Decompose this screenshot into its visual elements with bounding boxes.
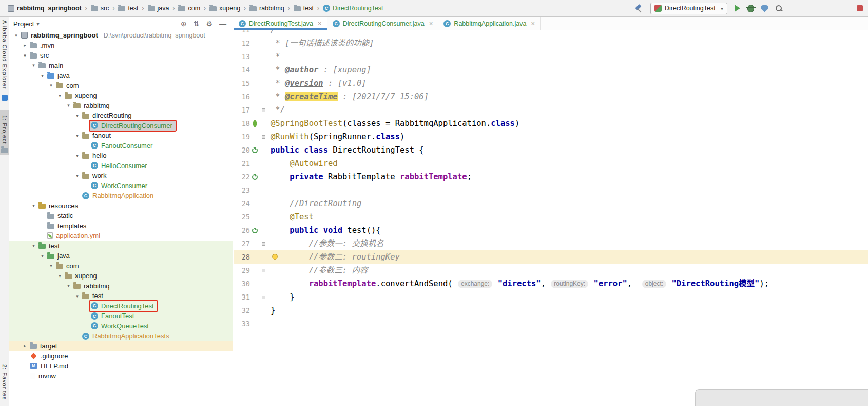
fold-marker-icon[interactable] xyxy=(262,296,265,299)
collapse-all-icon[interactable]: ⇅ xyxy=(194,20,200,28)
tree-row-rabbitmq[interactable]: ▾rabbitmq xyxy=(9,101,233,111)
chevron-down-icon[interactable]: ▾ xyxy=(47,263,55,268)
fold-marker-icon[interactable] xyxy=(262,242,265,246)
tree-row-test[interactable]: ▾test xyxy=(9,291,233,301)
chevron-down-icon[interactable]: ▾ xyxy=(65,103,72,108)
chevron-down-icon[interactable]: ▾ xyxy=(30,203,37,208)
chevron-right-icon[interactable]: ▸ xyxy=(21,343,29,348)
code-text[interactable]: //DirectRouting xyxy=(267,197,868,210)
code-text[interactable]: @RunWith(SpringRunner.class) xyxy=(267,130,868,143)
chevron-down-icon[interactable]: ▾ xyxy=(56,93,64,98)
tree-row-workconsumer[interactable]: CWorkConsumer xyxy=(9,181,233,191)
run-icon[interactable] xyxy=(735,5,740,12)
tree-row-com[interactable]: ▾com xyxy=(9,81,233,91)
breadcrumb-directroutingtest[interactable]: CDirectRoutingTest xyxy=(320,4,386,13)
tab-directroutingtest-java[interactable]: CDirectRoutingTest.java× xyxy=(234,17,327,30)
alibaba-cloud-explorer-tab[interactable]: Alibaba Cloud Explorer xyxy=(2,20,8,89)
chevron-down-icon[interactable]: ▾ xyxy=(30,63,37,68)
breadcrumb-src[interactable]: src xyxy=(88,4,112,13)
tree-row-xupeng[interactable]: ▾xupeng xyxy=(9,90,233,101)
code-text[interactable]: public class DirectRoutingTest { xyxy=(267,143,868,157)
breadcrumb-rabbitmq-springboot[interactable]: rabbitmq_springboot xyxy=(5,4,84,13)
tree-row-fanouttest[interactable]: CFanoutTest xyxy=(9,311,233,321)
breadcrumb-xupeng[interactable]: xupeng xyxy=(207,4,243,13)
code-text[interactable]: //参数二: routingKey xyxy=(267,250,868,264)
run-test-icon[interactable] xyxy=(252,147,258,153)
tree-row-rabbitmq[interactable]: ▾rabbitmq xyxy=(9,281,233,291)
coverage-icon[interactable] xyxy=(761,5,768,12)
tree-row-rabbitmq-springboot[interactable]: ▾rabbitmq_springbootD:\svn\product\rabbi… xyxy=(9,30,233,41)
fold-marker-icon[interactable] xyxy=(262,269,265,272)
close-icon[interactable]: × xyxy=(429,20,433,27)
chevron-down-icon[interactable]: ▾ xyxy=(73,113,81,118)
tree-row-rabbitmqapplication[interactable]: CRabbitmqApplication xyxy=(9,191,233,201)
code-text[interactable]: * @createTime : [2021/7/7 15:06] xyxy=(267,90,868,103)
chevron-down-icon[interactable]: ▾ xyxy=(56,273,64,279)
locate-file-icon[interactable]: ⊕ xyxy=(181,20,187,28)
tree-row-work[interactable]: ▾work xyxy=(9,171,233,181)
close-icon[interactable]: × xyxy=(531,20,535,27)
code-text[interactable]: * @author : [xupeng] xyxy=(267,63,868,77)
code-text[interactable]: //参数一: 交换机名 xyxy=(267,237,868,250)
tree-row-xupeng[interactable]: ▾xupeng xyxy=(9,271,233,281)
spring-leaf-icon[interactable] xyxy=(251,119,259,127)
tree-row-fanout[interactable]: ▾fanout xyxy=(9,131,233,141)
code-text[interactable]: /** xyxy=(267,30,868,36)
tree-row-templates[interactable]: templates xyxy=(9,221,233,231)
chevron-down-icon[interactable]: ▾ xyxy=(12,33,20,38)
fold-marker-icon[interactable] xyxy=(262,135,265,139)
code-text[interactable]: rabbitTemplate.convertAndSend( exchange:… xyxy=(267,277,868,290)
code-text[interactable] xyxy=(267,183,868,197)
tree-row-directroutingconsumer[interactable]: CDirectRoutingConsumer xyxy=(9,121,233,131)
tree-row-resources[interactable]: ▾resources xyxy=(9,201,233,211)
close-icon[interactable]: × xyxy=(318,20,322,27)
tree-row-directroutingtest[interactable]: CDirectRoutingTest xyxy=(9,301,233,311)
chevron-down-icon[interactable]: ▾ xyxy=(30,243,37,248)
project-tool-tab[interactable]: 1: Project xyxy=(0,110,9,155)
chevron-down-icon[interactable]: ▾ xyxy=(73,153,81,158)
chevron-down-icon[interactable]: ▾ xyxy=(73,133,81,138)
tab-rabbitmqapplication-java[interactable]: CRabbitmqApplication.java× xyxy=(438,17,541,30)
tree-row-target[interactable]: ▸target xyxy=(9,341,233,352)
code-text[interactable]: @SpringBootTest(classes = RabbitmqApplic… xyxy=(267,117,868,130)
code-text[interactable]: * [一句话描述该类的功能] xyxy=(267,36,868,50)
chevron-down-icon[interactable]: ▾ xyxy=(73,293,81,299)
tree-row-mvnw[interactable]: mvnw xyxy=(9,371,233,381)
stop-icon[interactable] xyxy=(857,5,863,11)
tree-row-main[interactable]: ▾main xyxy=(9,61,233,71)
chevron-down-icon[interactable]: ▾ xyxy=(73,173,81,178)
bulb-icon[interactable] xyxy=(272,254,278,260)
code-text[interactable]: } xyxy=(267,304,868,317)
favorites-tool-tab[interactable]: 2: Favorites xyxy=(2,364,8,400)
code-text[interactable]: * xyxy=(267,50,868,63)
tree-row-fanoutconsumer[interactable]: CFanoutConsumer xyxy=(9,141,233,151)
run-test-icon[interactable] xyxy=(252,174,258,180)
code-text[interactable]: */ xyxy=(267,103,868,117)
tree-row-gitignore[interactable]: .gitignore xyxy=(9,351,233,361)
run-test-icon[interactable] xyxy=(252,228,258,233)
hide-panel-icon[interactable]: — xyxy=(219,20,226,28)
chevron-down-icon[interactable]: ▾ xyxy=(65,283,72,288)
debug-bug-icon[interactable] xyxy=(747,5,754,12)
build-hammer-icon[interactable] xyxy=(634,4,643,13)
code-text[interactable]: } xyxy=(267,290,868,304)
chevron-down-icon[interactable]: ▾ xyxy=(38,253,46,259)
tree-row-hello[interactable]: ▾hello xyxy=(9,151,233,161)
tree-row-helloconsumer[interactable]: CHelloConsumer xyxy=(9,161,233,171)
tab-directroutingconsumer-java[interactable]: CDirectRoutingConsumer.java× xyxy=(327,17,439,30)
settings-gear-icon[interactable]: ⚙ xyxy=(206,20,213,28)
fold-marker-icon[interactable] xyxy=(262,108,265,112)
chevron-down-icon[interactable]: ▾ xyxy=(38,73,46,78)
tree-row-test[interactable]: ▾test xyxy=(9,241,233,251)
breadcrumb-rabbitmq[interactable]: rabbitmq xyxy=(247,4,287,13)
alibaba-cloud-icon[interactable] xyxy=(2,95,8,101)
chevron-down-icon[interactable]: ▾ xyxy=(47,83,55,88)
project-view-selector[interactable]: Project ▾ xyxy=(13,20,40,28)
run-config-select[interactable]: DirectRoutingTest ▾ xyxy=(650,3,727,14)
tree-row-mvn[interactable]: ▸.mvn xyxy=(9,41,233,51)
profiler-icon[interactable] xyxy=(775,5,783,12)
code-text[interactable]: @Test xyxy=(267,210,868,224)
code-text[interactable]: private RabbitTemplate rabbitTemplate; xyxy=(267,170,868,183)
code-text[interactable]: public void test(){ xyxy=(267,224,868,237)
chevron-right-icon[interactable]: ▸ xyxy=(21,43,29,48)
